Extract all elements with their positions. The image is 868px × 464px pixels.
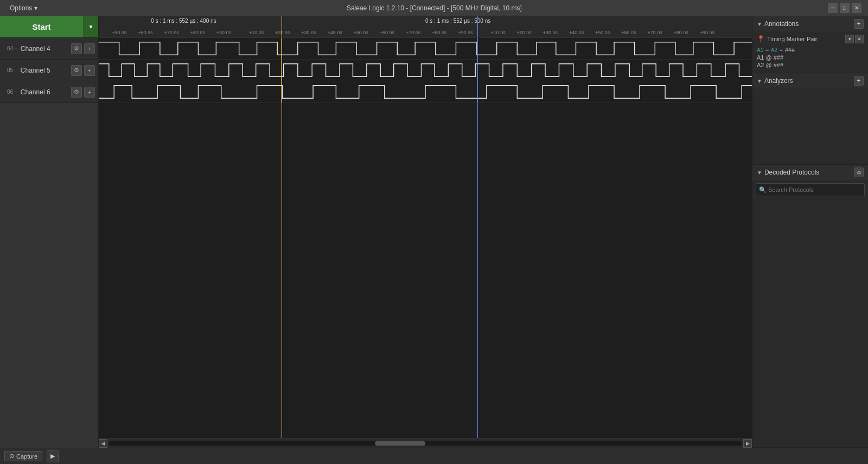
start-dropdown-arrow[interactable]: ▼ <box>83 16 98 37</box>
analyzers-content <box>752 88 868 164</box>
timing-marker-close[interactable]: ✕ <box>855 35 864 43</box>
channel-add-button-5[interactable]: + <box>84 65 95 76</box>
marker-values: A1 – A2 = ### A1 @ ### A2 @ ### <box>757 46 864 69</box>
timing-marker-controls: ▾ ✕ <box>845 35 864 43</box>
channel-row-5: 05 ··· Channel 5 ⚙ + <box>0 60 98 81</box>
waveform-marker-yellow <box>282 38 282 438</box>
analyzers-header: ▼ Analyzers + <box>752 73 868 88</box>
time-marker-blue <box>477 16 478 37</box>
channel-row-6: 06 ··· Channel 6 ⚙ + <box>0 81 98 103</box>
channel-gear-button-5[interactable]: ⚙ <box>71 65 82 76</box>
annotations-expand-arrow: ▼ <box>757 21 762 27</box>
protocols-list <box>752 198 868 447</box>
channel-gear-button-4[interactable]: ⚙ <box>71 43 82 54</box>
channel-number-5: 05 <box>3 68 13 73</box>
tick-22: +80 ns <box>674 30 688 35</box>
capture-icon: ⊙ <box>9 453 14 460</box>
timing-marker-label: Timing Marker Pair <box>767 36 843 42</box>
tick-17: +30 ns <box>543 30 558 35</box>
tick-8: +30 ns <box>301 30 316 35</box>
scrollbar-thumb[interactable] <box>375 441 425 446</box>
tick-20: +60 ns <box>621 30 636 35</box>
maximize-button[interactable]: □ <box>840 3 850 13</box>
annotations-title: Annotations <box>764 20 852 28</box>
decoded-protocols-title: Decoded Protocols <box>764 169 852 176</box>
tick-16: +20 ns <box>517 30 532 35</box>
a2-at-value: A2 @ ### <box>757 62 783 68</box>
tick-2: +60 ns <box>138 30 152 35</box>
start-button-container: Start ▼ <box>0 16 98 38</box>
tick-11: +60 ns <box>380 30 394 35</box>
waveform-svg-4 <box>99 38 752 59</box>
start-button[interactable]: Start <box>0 16 83 37</box>
tick-15: +10 ns <box>490 30 505 35</box>
marker-pin-icon: 📍 <box>757 35 765 43</box>
eq-sign: = <box>780 47 783 53</box>
capture-button[interactable]: ⊙ Capture <box>4 451 42 461</box>
waveform-svg-6 <box>99 81 752 102</box>
ruler-label-2: 0 s : 1 ms : 552 µs : 500 ns <box>425 18 490 24</box>
waveform-area[interactable]: 0 s : 1 ms : 552 µs : 400 ns 0 s : 1 ms … <box>99 16 752 448</box>
tick-14: +90 ns <box>458 30 473 35</box>
annotations-header: ▼ Annotations + <box>752 16 868 31</box>
search-protocols-wrapper: 🔍 <box>756 183 865 196</box>
expand-button[interactable]: ▶ <box>47 450 59 462</box>
a1-tag: A1 <box>757 47 763 53</box>
a2-at-row: A2 @ ### <box>757 62 864 68</box>
ruler-label-1: 0 s : 1 ms : 552 µs : 400 ns <box>151 18 216 24</box>
tick-10: +50 ns <box>354 30 368 35</box>
tick-7: +20 ns <box>275 30 290 35</box>
a2-tag: A2 <box>771 47 777 53</box>
tick-9: +40 ns <box>327 30 342 35</box>
channel-number-6: 06 <box>3 89 13 95</box>
channel-name-5: Channel 5 <box>21 67 69 74</box>
channel-dots-4: ··· <box>14 47 17 50</box>
right-panel: ▼ Annotations + 📍 Timing Marker Pair ▾ ✕ <box>752 16 868 448</box>
waveform-channels <box>99 38 752 438</box>
a1-at-value: A1 @ ### <box>757 54 783 61</box>
bottom-bar: ⊙ Capture ▶ <box>0 448 868 464</box>
scrollbar-track[interactable] <box>108 441 742 446</box>
channel-dots-5: ··· <box>14 68 17 72</box>
left-panel: Start ▼ 04 ··· Channel 4 ⚙ + 05 ··· Chan… <box>0 16 99 448</box>
waveform-row-5 <box>99 60 752 81</box>
scrollbar-area: ◀ ▶ <box>99 438 752 448</box>
channel-gear-button-6[interactable]: ⚙ <box>71 87 82 98</box>
timing-marker-row: 📍 Timing Marker Pair ▾ ✕ <box>757 35 864 43</box>
options-button[interactable]: Options ▾ <box>7 3 41 13</box>
close-button[interactable]: ✕ <box>852 3 861 13</box>
hash-value-diff: ### <box>785 47 795 53</box>
tick-12: +70 ns <box>406 30 420 35</box>
tick-18: +40 ns <box>569 30 584 35</box>
decoded-protocols-expand-arrow: ▼ <box>757 170 762 176</box>
scroll-left-button[interactable]: ◀ <box>99 439 107 448</box>
waveform-svg-5 <box>99 60 752 81</box>
search-protocols-input[interactable] <box>756 183 865 196</box>
tick-4: +80 ns <box>190 30 205 35</box>
minus-a2-tag: – <box>765 47 769 53</box>
window-controls: ─ □ ✕ <box>828 3 861 13</box>
decoded-protocols-header: ▼ Decoded Protocols ⚙ <box>752 165 868 180</box>
timing-marker-dropdown[interactable]: ▾ <box>845 35 854 43</box>
tick-23: +90 ns <box>700 30 714 35</box>
channel-number-4: 04 <box>3 46 13 51</box>
waveform-row-6 <box>99 81 752 103</box>
tick-6: +10 ns <box>249 30 264 35</box>
channel-add-button-4[interactable]: + <box>84 43 95 54</box>
minimize-button[interactable]: ─ <box>828 3 838 13</box>
capture-label: Capture <box>16 453 37 460</box>
decoded-protocols-content: 🔍 <box>752 180 868 447</box>
decoded-protocols-section: ▼ Decoded Protocols ⚙ 🔍 <box>752 165 868 448</box>
annotations-add-button[interactable]: + <box>854 19 864 29</box>
scroll-right-button[interactable]: ▶ <box>743 439 752 448</box>
window-title: Saleae Logic 1.2.10 - [Connected] - [500… <box>41 4 828 12</box>
channel-add-button-6[interactable]: + <box>84 87 95 98</box>
channel-dots-6: ··· <box>14 90 17 94</box>
analyzers-add-button[interactable]: + <box>854 76 864 86</box>
tick-1: +50 ns <box>112 30 126 35</box>
decoded-protocols-settings-button[interactable]: ⚙ <box>854 167 864 177</box>
analyzers-expand-arrow: ▼ <box>757 78 762 84</box>
waveform-marker-blue <box>477 38 478 438</box>
annotations-section: ▼ Annotations + 📍 Timing Marker Pair ▾ ✕ <box>752 16 868 73</box>
time-marker-yellow <box>282 16 282 37</box>
